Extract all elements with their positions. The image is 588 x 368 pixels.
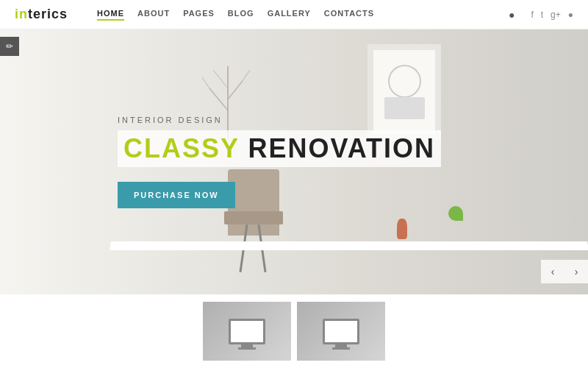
prev-arrow-button[interactable]: ‹ [541,260,564,283]
main-nav: HOME ABOUT PAGES BLOG GALLERY CONTACTS [97,9,509,21]
vase [397,219,407,239]
header-right: ● f t g+ ● [509,9,573,21]
svg-line-1 [209,88,228,110]
nav-about[interactable]: ABOUT [137,9,170,21]
header: interics HOME ABOUT PAGES BLOG GALLERY C… [0,0,588,29]
svg-line-4 [202,77,209,88]
slider-arrows: ‹ › [541,260,588,283]
edit-button[interactable]: ✏ [0,37,19,56]
hero-title-rest: RENOVATION [239,133,435,163]
chair-seat [224,211,283,224]
nav-home[interactable]: HOME [97,9,124,21]
hero-title: CLASSY RENOVATION [118,130,441,167]
svg-line-2 [228,81,243,99]
edit-icon: ✏ [6,41,13,52]
thumbnail-2-inner [297,302,385,361]
nav-blog[interactable]: BLOG [228,9,254,21]
hero-content: INTERIOR DESIGN CLASSY RENOVATION PURCHA… [0,116,441,208]
svg-line-3 [213,70,228,88]
monitor-shape-2 [323,319,359,344]
next-arrow-button[interactable]: › [564,260,588,283]
hero-section: INTERIOR DESIGN CLASSY RENOVATION PURCHA… [0,29,588,294]
frame-circle [388,65,421,98]
facebook-icon[interactable]: f [531,10,533,20]
desk-surface [110,241,588,250]
nav-contacts[interactable]: CONTACTS [324,9,374,21]
logo-terics: terics [28,7,68,21]
nav-gallery[interactable]: GALLERY [268,9,311,21]
google-plus-icon[interactable]: g+ [551,10,561,20]
thumbnail-1-inner [203,302,291,361]
below-hero-section [0,294,588,368]
monitor-base [238,347,256,350]
monitor-base-2 [332,347,350,350]
hero-subtitle: INTERIOR DESIGN [118,116,441,124]
svg-line-5 [243,70,250,81]
monitor-shape [229,319,265,344]
user-icon[interactable]: ● [509,9,514,21]
plant [448,206,463,221]
instagram-icon[interactable]: ● [568,10,573,20]
logo[interactable]: interics [15,7,68,22]
thumbnail-2[interactable] [297,302,385,361]
purchase-now-button[interactable]: PURCHASE NOW [118,182,235,208]
nav-pages[interactable]: PAGES [183,9,215,21]
logo-in: in [15,7,28,21]
hero-title-classy: CLASSY [123,133,239,163]
thumbnail-1[interactable] [203,302,291,361]
twitter-icon[interactable]: t [541,10,543,20]
